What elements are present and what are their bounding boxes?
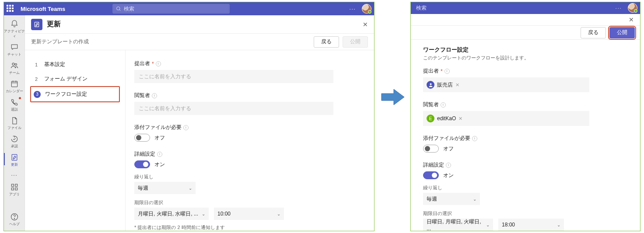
viewer-label: 閲覧者 i: [423, 101, 631, 108]
workflow-content: ワークフロー設定 このテンプレートのワークフローを設計します。 提出者 * i …: [411, 40, 640, 231]
repeat-label: 繰り返し: [423, 184, 631, 191]
chevron-down-icon: ⌄: [557, 223, 560, 227]
publish-button[interactable]: 公開: [609, 27, 635, 38]
repeat-label: 繰り返し: [134, 174, 365, 180]
step-3-workflow[interactable]: 3 ワークフロー設定: [30, 86, 120, 102]
main-row: 1 基本設定 2 フォーム デザイン 3 ワークフロー設定 提出者: [25, 50, 374, 231]
section-title: ワークフロー設定: [423, 46, 631, 54]
rail-help[interactable]: ヘルプ: [4, 211, 25, 228]
rail-files[interactable]: ファイル: [4, 115, 25, 132]
info-icon[interactable]: i: [157, 152, 162, 157]
submitter-input[interactable]: [134, 70, 333, 83]
chip-remove-icon[interactable]: ✕: [455, 82, 459, 88]
submitter-chip-row[interactable]: 販売店 ✕: [423, 77, 589, 92]
help-icon: [10, 212, 19, 221]
chat-icon: [10, 43, 19, 52]
form-pane: 提出者 * i 閲覧者 i 添付ファイルが必要 i: [126, 50, 374, 231]
close-icon[interactable]: ✕: [629, 16, 634, 23]
chevron-down-icon: ⌄: [473, 197, 476, 202]
rail-activity[interactable]: アクティビティ: [4, 18, 25, 40]
chevron-down-icon: ⌄: [202, 212, 205, 216]
chip-remove-icon[interactable]: ✕: [458, 116, 462, 122]
deadline-time-select[interactable]: 10:00 ⌄: [214, 208, 284, 220]
info-icon[interactable]: i: [156, 61, 161, 66]
submitter-label: 提出者 * i: [423, 67, 631, 75]
step-2-form-design[interactable]: 2 フォーム デザイン: [30, 72, 120, 86]
viewer-label: 閲覧者 i: [134, 92, 365, 99]
deadline-time-select[interactable]: 18:00 ⌄: [498, 219, 564, 231]
repeat-select[interactable]: 毎週 ⌄: [134, 182, 196, 194]
svg-rect-15: [35, 22, 38, 27]
header-more-icon[interactable]: ···: [612, 4, 624, 11]
search-bar[interactable]: 検索: [112, 4, 230, 14]
info-icon[interactable]: i: [441, 102, 446, 108]
deadline-label: 期限日の選択: [423, 210, 631, 217]
rail-calls[interactable]: 通話: [4, 96, 25, 114]
notification-dot: [19, 97, 21, 99]
footnote: * 提出者には期限の 2 時間前に通知します: [134, 224, 365, 231]
header-more-icon[interactable]: ···: [346, 5, 358, 12]
people-icon: [10, 61, 19, 70]
updates-icon: [10, 153, 19, 162]
rail-updates[interactable]: 更新: [4, 151, 25, 169]
teams-window-after: 検索 ··· ✕ 戻る 公開 ワークフロー設定 このテンプレートのワークフローを…: [410, 2, 640, 231]
attachment-toggle[interactable]: オフ: [423, 145, 631, 153]
viewer-input[interactable]: [134, 102, 333, 115]
modal-header: 更新 ✕: [25, 15, 374, 34]
advanced-toggle[interactable]: オン: [134, 160, 365, 168]
deadline-label: 期限日の選択: [134, 199, 365, 206]
presence-indicator: [368, 10, 371, 14]
publish-button-disabled: 公開: [343, 36, 368, 48]
repeat-select[interactable]: 毎週 ⌄: [423, 193, 480, 205]
close-icon[interactable]: ✕: [363, 21, 368, 28]
chevron-down-icon: ⌄: [189, 186, 192, 191]
deadline-days-select[interactable]: 日曜日, 月曜日, 火曜日, ... ⌄: [423, 219, 493, 231]
svg-point-3: [15, 63, 17, 65]
viewer-chip-row[interactable]: E editKaO ✕: [423, 111, 589, 126]
info-icon[interactable]: i: [152, 93, 157, 98]
left-rail: アクティビティ チャット チーム カレンダー 通話 ファイル: [4, 15, 25, 231]
calendar-icon: [10, 80, 19, 88]
waffle-icon[interactable]: [7, 5, 14, 13]
content-area: 更新 ✕ 更新テンプレートの作成 戻る 公開 1 基本設定: [25, 15, 374, 231]
submitter-chip: 販売店 ✕: [427, 81, 459, 89]
svg-rect-12: [15, 188, 17, 190]
avatar[interactable]: [362, 4, 371, 14]
attachment-label: 添付ファイルが必要 i: [423, 135, 631, 142]
svg-rect-4: [11, 81, 17, 87]
back-button[interactable]: 戻る: [581, 27, 606, 38]
svg-rect-11: [11, 188, 14, 190]
svg-point-2: [12, 63, 14, 65]
steps-sidebar: 1 基本設定 2 フォーム デザイン 3 ワークフロー設定: [25, 50, 126, 231]
info-icon[interactable]: i: [183, 125, 189, 130]
app-title: Microsoft Teams: [21, 6, 65, 12]
attachment-toggle[interactable]: オフ: [134, 134, 365, 142]
rail-more[interactable]: ···: [4, 170, 25, 180]
rail-apps[interactable]: アプリ: [4, 181, 25, 198]
avatar-initial-icon: E: [427, 115, 434, 122]
rail-calendar[interactable]: カレンダー: [4, 78, 25, 95]
info-icon[interactable]: i: [444, 69, 450, 74]
chevron-down-icon: ⌄: [486, 223, 490, 227]
info-icon[interactable]: i: [472, 136, 477, 141]
modal-header-partial: ✕: [411, 14, 640, 26]
sub-header-title: 更新テンプレートの作成: [31, 38, 89, 45]
chevron-down-icon: ⌄: [277, 212, 280, 216]
presence-indicator: [634, 9, 637, 13]
back-button[interactable]: 戻る: [314, 36, 339, 48]
bell-icon: [10, 20, 19, 28]
svg-line-1: [120, 10, 121, 10]
section-desc: このテンプレートのワークフローを設計します。: [423, 55, 631, 61]
rail-chat[interactable]: チャット: [4, 41, 25, 59]
advanced-toggle[interactable]: オン: [423, 171, 631, 179]
svg-point-0: [117, 7, 120, 10]
sub-header-partial: 戻る 公開: [411, 26, 640, 40]
info-icon[interactable]: i: [446, 163, 451, 168]
avatar[interactable]: [628, 3, 637, 13]
apps-icon: [10, 183, 19, 191]
step-1-basic[interactable]: 1 基本設定: [30, 57, 120, 72]
rail-approvals[interactable]: 承認: [4, 133, 25, 150]
deadline-days-select[interactable]: 月曜日, 火曜日, 水曜日, ... ⌄: [134, 208, 209, 220]
rail-teams[interactable]: チーム: [4, 59, 25, 77]
advanced-label: 詳細設定 i: [134, 150, 365, 158]
